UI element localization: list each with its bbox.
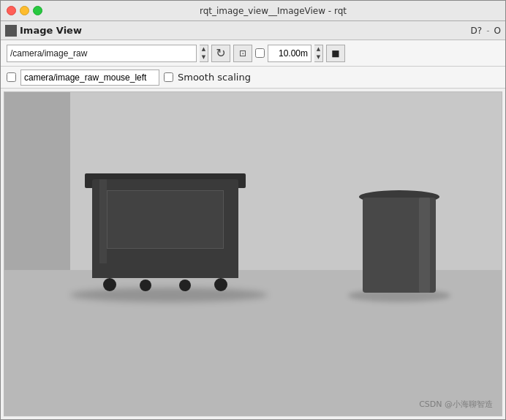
mouse-topic-input[interactable] — [20, 70, 159, 86]
toolbar-row1: ▲ ▼ ↻ ⊡ ▲ ▼ ■ — [1, 40, 505, 67]
time-checkbox[interactable] — [255, 48, 265, 58]
menu-right: D? - O — [471, 26, 501, 36]
image-canvas: CSDN @小海聊智造 — [4, 92, 502, 416]
time-spin-up-icon[interactable]: ▲ — [314, 45, 322, 53]
dumpster-front-detail — [107, 190, 224, 249]
topic-input[interactable] — [7, 45, 197, 62]
smooth-scaling-label: Smooth scaling — [178, 72, 251, 83]
image-area: CSDN @小海聊智造 — [4, 91, 502, 416]
plugin-title: Image View — [20, 25, 82, 36]
dumpster-wheel-left — [103, 278, 116, 291]
watermark: CSDN @小海聊智造 — [419, 399, 493, 410]
mouse-topic-checkbox[interactable] — [7, 72, 16, 82]
title-bar: rqt_image_view__ImageView - rqt — [1, 1, 505, 21]
window-title: rqt_image_view__ImageView - rqt — [47, 6, 499, 16]
fullscreen-button[interactable]: ■ — [326, 45, 345, 62]
close-button[interactable] — [7, 6, 16, 15]
maximize-button[interactable] — [33, 6, 42, 15]
watermark-text: CSDN @小海聊智造 — [419, 400, 493, 409]
window-close-icon[interactable]: O — [494, 26, 501, 36]
time-spinner[interactable]: ▲ ▼ — [314, 45, 323, 62]
help-icon[interactable]: D? — [471, 26, 483, 36]
minimize-button[interactable] — [20, 6, 29, 15]
spin-up-icon[interactable]: ▲ — [200, 45, 208, 53]
dumpster-wheel-ml — [140, 280, 151, 291]
time-spin-down-icon[interactable]: ▼ — [314, 53, 322, 61]
dumpster-wheel-right — [214, 278, 227, 291]
cylinder-highlight — [419, 198, 430, 293]
fit-button[interactable]: ⊡ — [233, 45, 252, 62]
scene-background: CSDN @小海聊智造 — [4, 92, 502, 416]
fullscreen-icon: ■ — [331, 48, 339, 59]
menu-bar: Image View D? - O — [1, 21, 505, 40]
dumpster — [85, 179, 246, 293]
fit-icon: ⊡ — [239, 48, 246, 59]
spin-down-icon[interactable]: ▼ — [200, 53, 208, 61]
cylinder-body — [363, 198, 436, 293]
window-controls — [7, 6, 42, 15]
time-input[interactable] — [268, 45, 311, 62]
menu-left: Image View — [5, 25, 82, 37]
dumpster-wheel-mr — [179, 280, 191, 291]
refresh-icon: ↻ — [216, 46, 225, 60]
main-window: rqt_image_view__ImageView - rqt Image Vi… — [0, 0, 506, 420]
smooth-scaling-checkbox[interactable] — [164, 72, 173, 82]
plugin-icon — [5, 25, 17, 37]
topic-spinner[interactable]: ▲ ▼ — [200, 45, 208, 62]
refresh-button[interactable]: ↻ — [211, 45, 230, 62]
dumpster-body — [92, 179, 238, 278]
dumpster-side-detail — [99, 179, 107, 263]
options-bar: Smooth scaling — [1, 67, 505, 89]
cylinder — [363, 198, 436, 293]
